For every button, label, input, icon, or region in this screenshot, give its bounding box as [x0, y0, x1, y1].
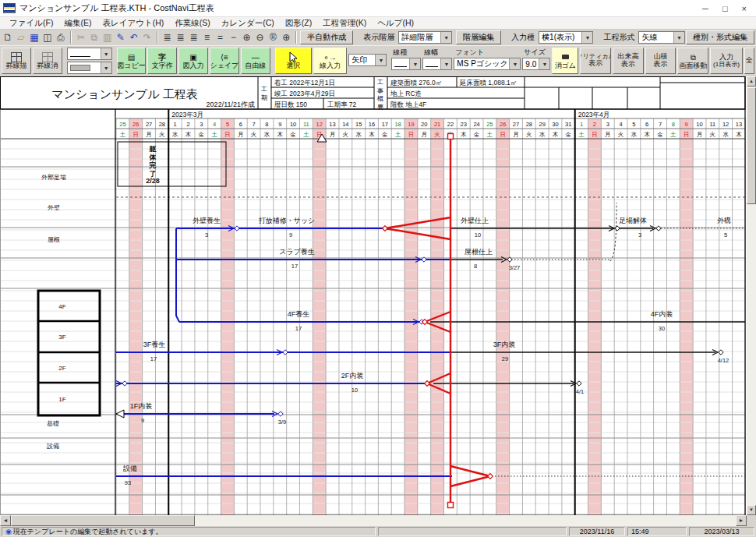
arrow-type-select[interactable]: 矢印 ▼ [348, 54, 387, 66]
menu-table-layout[interactable]: 表レイアウト(H) [97, 18, 168, 29]
zoom-in-icon[interactable]: ⊕ [240, 30, 253, 44]
window-title: マンションサンプル 工程表.KTH - CostNavi工程表 [19, 2, 702, 14]
horizontal-scrollbar[interactable]: ◄ ► [0, 515, 747, 526]
type-format-edit-button[interactable]: 種別・形式編集 [686, 30, 754, 44]
print-icon[interactable]: ⎙ [55, 30, 67, 44]
align-middle-icon[interactable]: = [214, 30, 227, 44]
semi-auto-create-button[interactable]: 半自動作成 [300, 30, 353, 44]
statusbar: ◉ 現在テンプレートの編集で起動されています。 2023/11/16 15:49… [0, 526, 756, 537]
print-preview-icon[interactable]: ◫ [41, 30, 54, 44]
menu-calendar[interactable]: カレンダー(C) [217, 18, 279, 29]
align-list-icon-1[interactable]: ≣ [161, 30, 174, 44]
scrollbar-corner [747, 515, 756, 526]
progress-display-button[interactable]: 出来高 表示 [613, 48, 644, 74]
zoom-fit-icon[interactable]: ⊕ [280, 30, 292, 44]
chevron-down-icon[interactable]: ▼ [581, 32, 592, 43]
day-of-week: 火 [159, 131, 165, 138]
line-style-select[interactable]: ▼ [67, 48, 112, 60]
font-select[interactable]: MS Pゴシック ▼ [454, 58, 521, 70]
eraser-button[interactable]: 消ゴム [552, 48, 578, 74]
chevron-down-icon[interactable]: ▼ [440, 32, 451, 43]
task-value: 3 [638, 231, 641, 238]
input-mode-button[interactable]: 入力 (1日表示) [710, 48, 743, 74]
menu-help[interactable]: ヘルプ(H) [373, 18, 419, 29]
input-type-select[interactable]: 横1(表示) ▼ [539, 31, 593, 44]
align-top-icon[interactable]: ≡ [201, 30, 214, 44]
undo-icon[interactable]: ↶ [128, 30, 140, 44]
close-button[interactable]: × [742, 4, 747, 13]
day-number: 1 [580, 121, 583, 128]
figure-input-button[interactable]: ▣ 図入力 [178, 48, 208, 74]
scroll-down-icon[interactable]: ▼ [747, 505, 756, 515]
scroll-up-icon[interactable]: ▲ [747, 76, 756, 87]
cut-icon[interactable]: ✂ [75, 30, 87, 44]
select-tool-button[interactable]: 選択 [275, 48, 312, 74]
chevron-down-icon[interactable]: ▼ [440, 58, 451, 69]
day-number: 13 [329, 121, 335, 128]
chevron-down-icon[interactable]: ▼ [375, 55, 386, 65]
save-icon[interactable]: ▦ [28, 30, 41, 44]
menu-work-line[interactable]: 作業線(S) [170, 18, 215, 29]
minimize-button[interactable]: ─ [702, 4, 708, 13]
chevron-down-icon[interactable]: ▼ [101, 48, 111, 59]
format-brush-icon[interactable]: ✎ [115, 30, 127, 44]
day-number: 21 [434, 121, 440, 128]
menu-shape[interactable]: 図形(Z) [281, 18, 316, 29]
holiday-column [313, 118, 326, 515]
free-line-button[interactable]: — 自由線 [241, 48, 270, 74]
size-select[interactable]: 9.0 ▼ [522, 58, 550, 70]
day-number: 16 [369, 121, 375, 128]
pan-screen-button[interactable]: ⧉ 画面移動 [677, 48, 708, 74]
scroll-right-icon[interactable]: ► [736, 515, 747, 526]
day-number: 3 [606, 121, 609, 128]
day-of-week: 火 [618, 131, 624, 138]
shape-button[interactable]: ⟨≡ シェイプ [210, 48, 239, 74]
clipped-button[interactable]: 全 [744, 48, 754, 74]
size-label: サイズ [522, 48, 546, 58]
line-sample-icon [426, 66, 438, 67]
scroll-left-icon[interactable]: ◄ [0, 515, 11, 526]
line-width-select[interactable]: ▼ [422, 58, 452, 70]
zoom-out-icon[interactable]: ⊖ [253, 30, 266, 44]
display-level-select[interactable]: 詳細階層 ▼ [398, 31, 452, 44]
border-draw-button[interactable]: 罫線描 [2, 48, 31, 74]
new-file-icon[interactable]: 🗋 [2, 30, 14, 44]
copy-icon[interactable]: ⧉ [88, 30, 101, 44]
process-format-select[interactable]: 矢線 ▼ [638, 31, 684, 44]
shape-icon: ⟨≡ [221, 52, 228, 62]
day-of-week: 水 [722, 131, 729, 138]
chevron-down-icon[interactable]: ▼ [409, 58, 420, 69]
open-file-icon[interactable]: ▱ [15, 30, 27, 44]
menu-process-mgmt[interactable]: 工程管理(K) [318, 18, 371, 29]
zoom-reset-icon[interactable]: ® [267, 30, 279, 44]
chevron-down-icon[interactable]: ▼ [101, 62, 111, 73]
text-create-button[interactable]: 字 文字作 [147, 48, 177, 74]
align-bottom-icon[interactable]: − [228, 30, 240, 44]
hierarchy-edit-button[interactable]: 階層編集 [456, 30, 501, 44]
line-width-group: 線幅 ▼ [422, 48, 452, 70]
chevron-down-icon[interactable]: ▼ [539, 58, 549, 69]
maximize-button[interactable]: □ [722, 4, 728, 13]
figure-copy-button[interactable]: ▤ 図コピー [117, 48, 147, 74]
align-list-icon-3[interactable]: ≣ [188, 30, 200, 44]
line-type-select[interactable]: ▼ [391, 58, 421, 70]
line-color-select[interactable]: ▼ [67, 62, 112, 74]
vertical-scroll-thumb[interactable] [747, 87, 756, 204]
redo-icon[interactable]: ↷ [141, 30, 154, 44]
chevron-down-icon[interactable]: ▼ [673, 32, 684, 43]
paste-icon[interactable]: ▥ [101, 30, 114, 44]
font-group: フォント MS Pゴシック ▼ [454, 48, 521, 70]
pile-display-button[interactable]: 山積 表示 [645, 48, 677, 74]
line-input-button[interactable]: ∘→ 線入力 [313, 48, 347, 74]
horizontal-scroll-thumb[interactable] [11, 515, 195, 526]
menu-file[interactable]: ファイル(F) [5, 18, 58, 29]
align-list-icon-2[interactable]: ≣ [175, 30, 187, 44]
vertical-scrollbar[interactable]: ▲ ▼ [747, 76, 756, 515]
gantt-canvas[interactable]: 2023年3月2023年4月25土26日27月28火1水2木3金4土5日6月7火… [0, 76, 747, 515]
critical-display-button[interactable]: クリティカル 表示 [580, 48, 611, 74]
border-erase-button[interactable]: 罫線消 [33, 48, 62, 74]
task-name: 外構 [717, 217, 731, 224]
chevron-down-icon[interactable]: ▼ [509, 58, 520, 69]
task-line[interactable]: スラブ養生17屋根仕上83/27 [176, 203, 616, 271]
menu-edit[interactable]: 編集(E) [59, 18, 96, 29]
